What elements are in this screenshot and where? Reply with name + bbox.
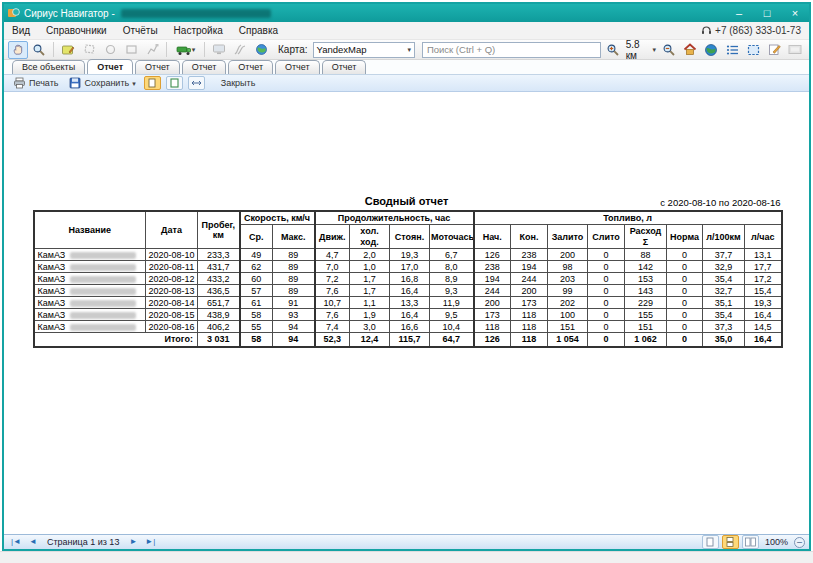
- table-cell: 2020-08-15: [146, 309, 198, 321]
- map-select-value: YandexMap: [317, 44, 367, 55]
- desktop-strip: [0, 551, 813, 563]
- globe-button[interactable]: [701, 41, 721, 59]
- total-cell: 35,0: [703, 333, 745, 347]
- table-cell: 19,3: [745, 297, 782, 309]
- single-page-icon: [706, 537, 714, 547]
- tab[interactable]: Отчет: [228, 60, 273, 74]
- column-header: Макс.: [273, 225, 315, 249]
- zoom-out-icon: [662, 43, 676, 57]
- prev-page-button[interactable]: ◄: [26, 538, 40, 546]
- table-cell: 143: [625, 285, 667, 297]
- status-view-single-button[interactable]: [702, 535, 719, 549]
- menu-item[interactable]: Отчёты: [115, 24, 166, 37]
- view-fit-page-button[interactable]: [166, 76, 183, 90]
- next-page-button[interactable]: ►: [126, 538, 140, 546]
- home-icon: [683, 43, 697, 56]
- table-cell: 9,3: [430, 285, 474, 297]
- menu-item[interactable]: Справка: [231, 24, 286, 37]
- report-toolbar: Печать Сохранить ▾ Закрыть: [4, 75, 809, 92]
- legend-icon: [726, 44, 739, 56]
- tab[interactable]: Отчет: [275, 60, 320, 74]
- table-cell: 0: [667, 261, 703, 273]
- first-page-button[interactable]: |◄: [8, 538, 24, 546]
- table-cell: 238: [474, 261, 511, 273]
- table-cell: 6,7: [430, 249, 474, 261]
- home-button[interactable]: [680, 41, 700, 59]
- geozone-edit-button[interactable]: [58, 41, 78, 59]
- table-row: КамАЗ2020-08-15438,958937,61,916,49,5173…: [34, 309, 782, 321]
- table-cell: 14,5: [745, 321, 782, 333]
- table-cell: 200: [511, 285, 548, 297]
- edit-note-button[interactable]: [764, 41, 784, 59]
- total-cell: 16,4: [745, 333, 782, 347]
- table-cell: 7,6: [315, 285, 350, 297]
- snapshot-button[interactable]: [785, 41, 805, 59]
- support-phone-number: +7 (863) 333-01-73: [715, 25, 801, 36]
- table-cell: 32,9: [703, 261, 745, 273]
- search-input[interactable]: [422, 42, 601, 58]
- map-select[interactable]: YandexMap ▾: [313, 42, 415, 58]
- legend-button[interactable]: [722, 41, 742, 59]
- save-button[interactable]: Сохранить ▾: [66, 76, 138, 90]
- status-zoom-out-button[interactable]: –: [794, 537, 805, 548]
- tab-bar: Все объектыОтчетОтчетОтчетОтчетОтчетОтче…: [4, 60, 809, 75]
- select-area-button[interactable]: [743, 41, 763, 59]
- toolbar-separator: [166, 42, 167, 57]
- status-view-continuous-button[interactable]: [722, 535, 739, 549]
- tab[interactable]: Все объекты: [12, 60, 85, 74]
- map-scale-dropdown[interactable]: 5.8 км ▾: [624, 39, 658, 61]
- table-cell: 151: [625, 321, 667, 333]
- polygon-tool-button[interactable]: [79, 41, 99, 59]
- vehicle-name-cell: КамАЗ: [34, 309, 146, 321]
- column-group-header: Продолжительность, час: [315, 211, 474, 225]
- column-header: Движ.: [315, 225, 350, 249]
- layers-globe-button[interactable]: [251, 41, 271, 59]
- monitor-button[interactable]: [209, 41, 229, 59]
- table-cell: 0: [667, 273, 703, 285]
- table-row: КамАЗ2020-08-13436,557897,61,716,49,3244…: [34, 285, 782, 297]
- save-button-caret: ▾: [132, 80, 136, 87]
- table-cell: 94: [273, 321, 315, 333]
- zoom-out-button[interactable]: [659, 41, 679, 59]
- table-cell: 35,4: [703, 309, 745, 321]
- status-view-facing-button[interactable]: [742, 535, 759, 549]
- rectangle-tool-button[interactable]: [121, 41, 141, 59]
- table-cell: 0: [588, 249, 625, 261]
- menu-item[interactable]: Вид: [4, 24, 38, 37]
- tab[interactable]: Отчет: [135, 60, 180, 74]
- table-cell: 118: [511, 321, 548, 333]
- zoom-level: 100%: [765, 537, 788, 547]
- tab[interactable]: Отчет: [87, 59, 133, 74]
- table-cell: 15,4: [745, 285, 782, 297]
- window-minimize-button[interactable]: –: [725, 4, 753, 22]
- pan-tool-button[interactable]: [8, 41, 28, 59]
- report-canvas: Сводный отчет с 2020-08-10 по 2020-08-16…: [4, 92, 809, 534]
- tab[interactable]: Отчет: [322, 60, 367, 74]
- view-single-page-button[interactable]: [144, 76, 161, 90]
- table-cell: 238: [511, 249, 548, 261]
- table-cell: 89: [273, 285, 315, 297]
- last-page-button[interactable]: ►|: [142, 538, 158, 546]
- map-select-caret: ▾: [407, 46, 411, 53]
- map-scale-value: 5.8 км: [626, 39, 651, 61]
- facing-pages-icon: [745, 537, 756, 547]
- tab[interactable]: Отчет: [182, 60, 227, 74]
- window-maximize-button[interactable]: □: [753, 4, 781, 22]
- edit-note-icon: [768, 43, 781, 56]
- zoom-in-button[interactable]: [603, 41, 623, 59]
- close-report-button[interactable]: Закрыть: [218, 77, 259, 89]
- geozone-edit-icon: [61, 43, 75, 57]
- menu-item[interactable]: Справочники: [38, 24, 115, 37]
- vehicle-menu-button[interactable]: ▾: [171, 41, 200, 59]
- route-button[interactable]: [230, 41, 250, 59]
- view-fit-width-button[interactable]: [188, 76, 205, 90]
- track-tool-button[interactable]: [142, 41, 162, 59]
- menu-item[interactable]: Настройка: [166, 24, 231, 37]
- window-close-button[interactable]: ×: [781, 4, 809, 22]
- vehicle-plate-redacted: [70, 300, 136, 307]
- report-page: Сводный отчет с 2020-08-10 по 2020-08-16…: [33, 92, 781, 348]
- vehicle-name-cell: КамАЗ: [34, 261, 146, 273]
- zoom-tool-button[interactable]: [29, 41, 49, 59]
- ellipse-tool-button[interactable]: [100, 41, 120, 59]
- print-button[interactable]: Печать: [10, 76, 61, 90]
